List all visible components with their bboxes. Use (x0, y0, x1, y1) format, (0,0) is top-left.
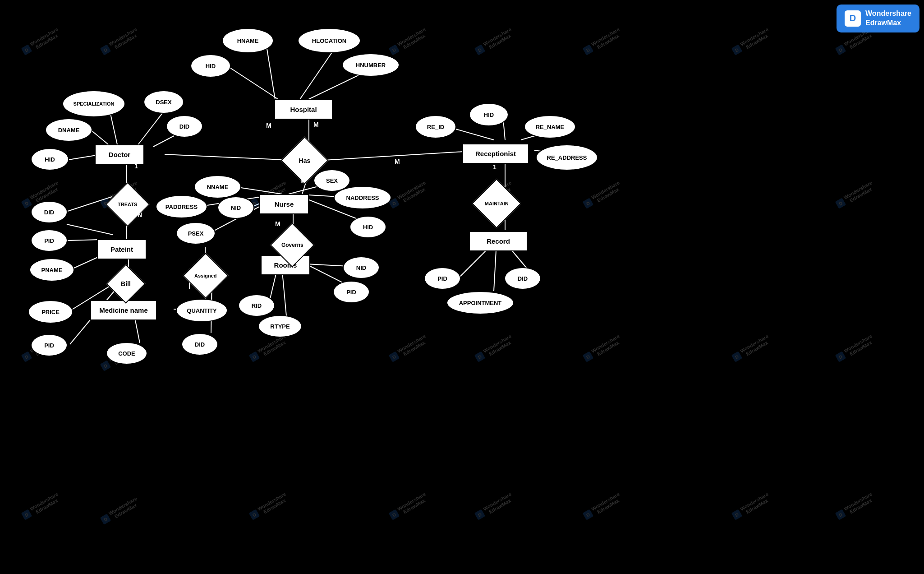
watermark-5: DWondershareEdrawMax (582, 27, 623, 57)
attr-re-id: RE_ID (415, 115, 456, 139)
attr-pname: PNAME (29, 258, 74, 282)
attr-pid-pat: PID (31, 229, 68, 252)
svg-line-7 (324, 150, 485, 160)
entity-hospital: Hospital (274, 99, 333, 120)
label-m4: M (275, 220, 280, 227)
watermark-30: DWondershareEdrawMax (834, 491, 876, 522)
attr-did-assign: DID (181, 333, 218, 356)
label-1a: 1 (134, 162, 138, 170)
logo-badge: D Wondershare EdrawMax (837, 5, 919, 32)
attr-appointment: APPOINTMENT (446, 291, 514, 315)
attr-specilization: SPECIALIZATION (62, 90, 125, 117)
watermark-28: DWondershareEdrawMax (582, 491, 623, 522)
svg-line-2 (226, 65, 280, 100)
watermark-14: DWondershareEdrawMax (834, 180, 876, 210)
attr-re-address: RE_ADDRESS (536, 144, 598, 171)
attr-rtype: RTYPE (258, 315, 302, 338)
svg-line-0 (266, 43, 275, 99)
relationship-bill: Bill (106, 264, 146, 304)
attr-paddress: PADDRESS (156, 195, 207, 218)
attr-nid-room: NID (343, 256, 380, 279)
label-n3: N (499, 214, 504, 222)
label-n1: N (138, 211, 142, 218)
watermark-4: DWondershareEdrawMax (473, 27, 515, 57)
watermark-1: DWondershareEdrawMax (20, 27, 62, 57)
attr-code: CODE (106, 342, 147, 365)
entity-nurse: Nurse (259, 194, 309, 214)
entity-receptionist: Receptionist (462, 144, 529, 164)
logo-text: Wondershare EdrawMax (865, 9, 911, 28)
attr-hid-doc: HID (31, 148, 69, 171)
watermark-13: DWondershareEdrawMax (582, 180, 623, 210)
attr-hname: HNAME (222, 28, 274, 53)
attr-price: PRICE (28, 300, 73, 324)
watermark-2: DWondershareEdrawMax (99, 27, 141, 57)
entity-medicine-name: Medicine name (90, 300, 157, 320)
watermark-22: DWondershareEdrawMax (834, 333, 876, 364)
attr-did-treat: DID (31, 201, 68, 223)
watermark-11: DWondershareEdrawMax (388, 180, 429, 210)
svg-line-50 (494, 250, 496, 291)
watermark-27: DWondershareEdrawMax (473, 491, 515, 522)
entity-doctor: Doctor (95, 144, 144, 165)
label-m2: M (266, 122, 271, 129)
watermark-18: DWondershareEdrawMax (388, 333, 429, 364)
label-m3: M (300, 177, 306, 185)
watermark-25: DWondershareEdrawMax (248, 491, 290, 522)
label-1b: 1 (493, 163, 496, 171)
attr-dsex: DSEX (143, 90, 184, 114)
attr-nname: NNAME (194, 175, 241, 199)
entity-record: Record (469, 231, 528, 251)
attr-rid: RID (238, 294, 275, 317)
watermark-26: DWondershareEdrawMax (388, 491, 429, 522)
watermark-3: DWondershareEdrawMax (388, 27, 429, 57)
attr-pid-rec: PID (424, 267, 461, 290)
watermark-6: DWondershareEdrawMax (731, 27, 772, 57)
svg-line-6 (165, 154, 292, 160)
entity-pateint: Pateint (97, 239, 147, 259)
watermark-23: DWondershareEdrawMax (20, 491, 62, 522)
attr-pid-room: PID (333, 281, 370, 303)
watermark-19: DWondershareEdrawMax (473, 333, 515, 364)
svg-line-48 (458, 250, 486, 279)
relationship-maintain: MAINTAIN (472, 179, 521, 228)
watermark-29: DWondershareEdrawMax (731, 491, 772, 522)
attr-quantity: QUANTITY (176, 299, 228, 322)
attr-did-rec: DID (504, 267, 541, 290)
attr-psex: PSEX (176, 222, 216, 245)
svg-line-17 (67, 224, 113, 235)
relationship-treats: TREATS (106, 182, 150, 227)
svg-line-11 (90, 130, 108, 144)
attr-dname: DNAME (45, 118, 92, 142)
watermark-24: DWondershareEdrawMax (99, 496, 141, 526)
attr-hid-nurse: HID (349, 216, 386, 238)
attr-hid-top: HID (190, 54, 231, 78)
svg-line-42 (451, 128, 494, 140)
attr-pid-bill: PID (31, 334, 68, 356)
attr-did-top: DID (166, 115, 203, 138)
logo-icon: D (845, 10, 861, 27)
watermark-17: DWondershareEdrawMax (248, 333, 290, 364)
label-m-rec: M (395, 158, 400, 165)
watermark-20: DWondershareEdrawMax (582, 333, 623, 364)
watermark-21: DWondershareEdrawMax (731, 333, 772, 364)
svg-line-23 (135, 320, 140, 343)
attr-hid-rec: HID (469, 103, 509, 126)
label-m1: M (313, 121, 319, 128)
attr-nid-nurse: NID (217, 196, 254, 219)
attr-hlocation: HLOCATION (298, 28, 361, 53)
relationship-assigned: Assigned (183, 253, 229, 299)
attr-naddress: NADDRESS (334, 186, 391, 209)
attr-re-name: RE_NAME (524, 115, 576, 139)
attr-hnumber: HNUMBER (342, 53, 400, 77)
label-n2: N (285, 251, 290, 259)
